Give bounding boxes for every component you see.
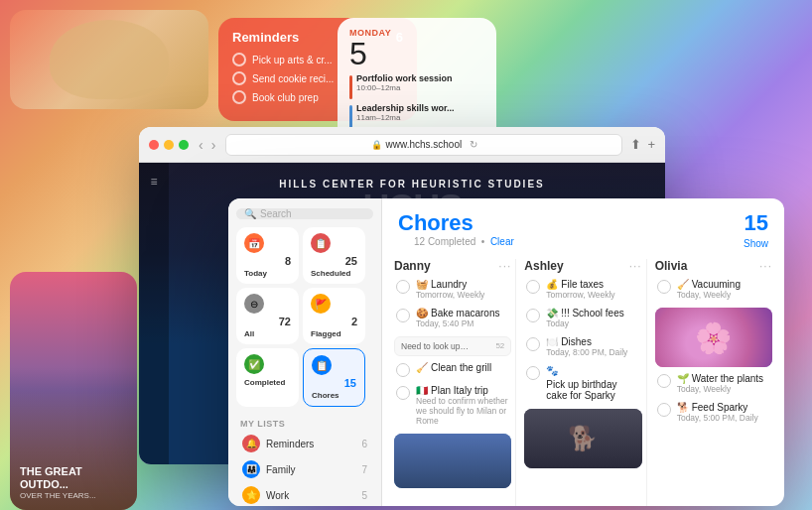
- danny-photo: [394, 434, 511, 488]
- reminders-app: 🔍 Search 📅 8 Today 📋 25 Scheduled ⊖ 72 A…: [228, 198, 784, 506]
- column-danny: Danny ··· 🧺 Laundry Tomorrow, Weekly 🍪 B…: [390, 259, 515, 506]
- main-subtitle: 12 Completed • Clear: [398, 236, 530, 247]
- reminders-main: Chores 12 Completed • Clear 15 Show Dann…: [382, 198, 784, 506]
- clear-link[interactable]: Clear: [490, 236, 514, 247]
- fees-detail: Today: [546, 319, 639, 328]
- dishes-detail: Today, 8:00 PM, Daily: [546, 347, 639, 357]
- laundry-detail: Tomorrow, Weekly: [416, 290, 509, 300]
- italy-name: 🇮🇹 Plan Italy trip: [416, 385, 509, 396]
- water-detail: Today, Weekly: [677, 384, 770, 394]
- taxes-check[interactable]: [526, 280, 540, 294]
- completed-label: Completed: [244, 378, 291, 387]
- new-tab-icon[interactable]: +: [647, 137, 655, 152]
- grill-check[interactable]: [396, 363, 410, 377]
- all-label: All: [244, 329, 291, 338]
- completed-text: 12 Completed: [414, 236, 475, 247]
- close-button[interactable]: [149, 140, 159, 150]
- sparky-name: 🐕 Feed Sparky: [677, 402, 770, 413]
- work-list-count: 5: [361, 490, 367, 501]
- back-button[interactable]: ‹: [197, 137, 205, 153]
- reminder-text-3: Book club prep: [252, 92, 319, 103]
- ashley-options[interactable]: ···: [629, 259, 642, 273]
- search-icon: 🔍: [244, 208, 256, 219]
- smart-list-chores[interactable]: 📋 15 Chores: [303, 348, 365, 407]
- show-link[interactable]: Show: [744, 238, 768, 249]
- danny-options[interactable]: ···: [498, 259, 511, 273]
- reminders-sidebar: 🔍 Search 📅 8 Today 📋 25 Scheduled ⊖ 72 A…: [228, 198, 382, 506]
- taxes-name: 💰 File taxes: [546, 279, 639, 290]
- today-label: Today: [244, 269, 291, 278]
- smart-list-flagged[interactable]: 🚩 2 Flagged: [303, 288, 365, 344]
- olivia-options[interactable]: ···: [759, 259, 772, 273]
- outdoor-card: THE GREAT OUTDO... OVER THE YEARS...: [10, 272, 137, 510]
- reminder-text-2: Send cookie reci...: [252, 73, 334, 84]
- reminders-widget-title: Reminders: [232, 30, 299, 45]
- smart-list-today[interactable]: 📅 8 Today: [236, 227, 299, 284]
- list-work[interactable]: ⭐ Work 5: [232, 482, 377, 506]
- all-count: 72: [244, 316, 291, 327]
- work-list-icon: ⭐: [242, 486, 260, 504]
- refresh-icon[interactable]: ↻: [470, 139, 477, 150]
- share-icon[interactable]: ⬆: [630, 137, 641, 152]
- smart-list-all[interactable]: ⊖ 72 All: [236, 288, 299, 344]
- macarons-check[interactable]: [396, 309, 410, 322]
- danny-name: Danny: [394, 259, 431, 273]
- column-ashley: Ashley ··· 💰 File taxes Tomorrow, Weekly…: [515, 259, 645, 506]
- search-bar[interactable]: 🔍 Search: [236, 208, 373, 219]
- list-reminders[interactable]: 🔔 Reminders 6: [232, 431, 377, 456]
- olivia-col-header: Olivia ···: [655, 259, 772, 273]
- scheduled-count: 25: [311, 255, 357, 267]
- main-count: 15: [744, 210, 768, 236]
- list-family[interactable]: 👨‍👩‍👧 Family 7: [232, 456, 377, 482]
- family-list-name: Family: [266, 464, 355, 475]
- vacuuming-detail: Today, Weekly: [677, 290, 770, 300]
- sparky-detail: Today, 5:00 PM, Daily: [677, 413, 770, 423]
- address-bar[interactable]: 🔒 www.hchs.school ↻: [225, 134, 622, 156]
- dog-image: [10, 10, 208, 109]
- smart-list-scheduled[interactable]: 📋 25 Scheduled: [303, 227, 365, 284]
- reminder-text-1: Pick up arts & cr...: [252, 55, 333, 65]
- ashley-name: Ashley: [524, 259, 563, 273]
- chores-icon: 📋: [312, 355, 332, 375]
- url-text: www.hchs.school: [386, 139, 463, 150]
- reminder-circle: [232, 53, 246, 66]
- forward-button[interactable]: ›: [209, 137, 218, 153]
- fees-check[interactable]: [526, 309, 540, 322]
- lock-icon: 🔒: [371, 140, 382, 150]
- task-vacuuming: 🧹 Vacuuming Today, Weekly: [655, 279, 772, 300]
- task-dishes: 🍽️ Dishes Today, 8:00 PM, Daily: [524, 336, 641, 357]
- laundry-name: 🧺 Laundry: [416, 279, 509, 290]
- flagged-label: Flagged: [311, 329, 357, 338]
- cake-name: 🐾 Pick up birthday cake for Sparky: [546, 365, 639, 401]
- sparky-check[interactable]: [657, 403, 671, 417]
- outdoor-subtitle: OVER THE YEARS...: [20, 491, 127, 500]
- reminders-list-icon: 🔔: [242, 435, 260, 452]
- smart-list-completed[interactable]: ✅ Completed: [236, 348, 299, 407]
- calendar-date: 5: [349, 38, 484, 69]
- italy-check[interactable]: [396, 386, 410, 400]
- cake-check[interactable]: [526, 366, 540, 380]
- scheduled-label: Scheduled: [311, 269, 357, 278]
- maximize-button[interactable]: [179, 140, 189, 150]
- task-columns: Danny ··· 🧺 Laundry Tomorrow, Weekly 🍪 B…: [382, 259, 784, 506]
- ashley-dog-photo: 🐕: [524, 409, 641, 468]
- browser-toolbar-actions: ⬆ +: [630, 137, 655, 152]
- main-header: Chores 12 Completed • Clear 15 Show: [382, 198, 784, 259]
- vacuuming-name: 🧹 Vacuuming: [677, 279, 770, 290]
- macarons-note: Need to look up…: [401, 341, 491, 351]
- main-title: Chores: [398, 210, 530, 236]
- all-icon: ⊖: [244, 294, 264, 314]
- task-school-fees: 💸 !!! School fees Today: [524, 308, 641, 328]
- water-check[interactable]: [657, 374, 671, 388]
- reminders-list-count: 6: [361, 439, 367, 449]
- olivia-flowers-photo: 🌸: [655, 308, 772, 367]
- menu-icon[interactable]: ≡: [150, 175, 157, 189]
- minimize-button[interactable]: [164, 140, 174, 150]
- vacuuming-check[interactable]: [657, 280, 671, 294]
- outdoor-title: THE GREAT OUTDO...: [20, 465, 127, 491]
- dishes-name: 🍽️ Dishes: [546, 336, 639, 347]
- dishes-check[interactable]: [526, 337, 540, 351]
- browser-traffic-lights: [149, 140, 189, 150]
- browser-navigation: ‹ ›: [197, 137, 217, 153]
- laundry-check[interactable]: [396, 280, 410, 294]
